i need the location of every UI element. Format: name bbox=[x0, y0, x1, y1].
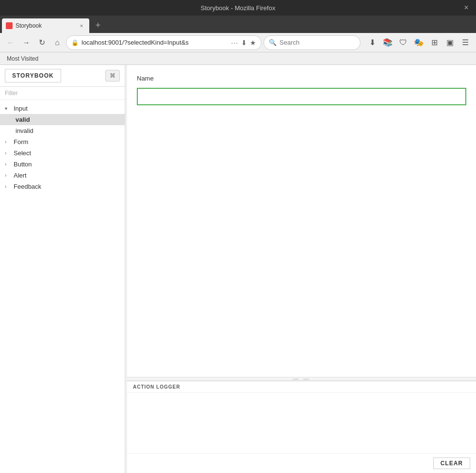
more-options-icon[interactable]: ··· bbox=[231, 39, 238, 47]
action-logger-body bbox=[127, 393, 476, 453]
arrow-right-icon: › bbox=[5, 150, 11, 156]
lock-icon: 🔒 bbox=[71, 39, 79, 46]
download-icon[interactable]: ⬇ bbox=[365, 36, 379, 49]
sidebar-item-invalid[interactable]: invalid bbox=[0, 125, 125, 136]
clear-button[interactable]: CLEAR bbox=[433, 457, 470, 469]
url-display: localhost:9001/?selectedKind=Input&s bbox=[82, 39, 228, 46]
container-icon[interactable]: 🎭 bbox=[412, 36, 426, 49]
filter-input[interactable] bbox=[0, 87, 125, 100]
preview-label: Name bbox=[137, 75, 466, 82]
main-content: STORYBOOK ⌘ ▾ Input valid invalid › Form bbox=[0, 65, 476, 473]
window-title: Storybook - Mozilla Firefox bbox=[201, 4, 276, 12]
pocket-icon[interactable]: ⬇ bbox=[241, 39, 247, 47]
arrow-down-icon: ▾ bbox=[5, 106, 11, 111]
home-button[interactable]: ⌂ bbox=[50, 36, 64, 49]
tab-close-button[interactable]: × bbox=[78, 22, 85, 30]
toolbar-icons: ⬇ 📚 🛡 🎭 ⊞ ▣ ☰ bbox=[365, 36, 472, 49]
sidebar-item-alert[interactable]: › Alert bbox=[0, 170, 125, 181]
search-box[interactable]: 🔍 bbox=[263, 35, 361, 50]
reader-view-icon[interactable]: ▣ bbox=[443, 36, 457, 49]
search-icon: 🔍 bbox=[269, 39, 277, 46]
sidebar-item-label: Button bbox=[14, 161, 32, 168]
nav-bar: ← → ↻ ⌂ 🔒 localhost:9001/?selectedKind=I… bbox=[0, 33, 476, 52]
sidebar-item-label: Feedback bbox=[14, 183, 41, 190]
sidebar-item-select[interactable]: › Select bbox=[0, 147, 125, 159]
tab-label: Storybook bbox=[16, 22, 75, 29]
action-logger: ACTION LOGGER CLEAR bbox=[127, 381, 476, 473]
sidebar-item-label: Alert bbox=[14, 172, 27, 179]
sidebar-item-label: Form bbox=[14, 138, 28, 146]
arrow-right-icon: › bbox=[5, 184, 11, 189]
sidebar-item-label: valid bbox=[16, 116, 30, 123]
storybook-button[interactable]: STORYBOOK bbox=[5, 69, 61, 82]
action-logger-footer: CLEAR bbox=[127, 453, 476, 473]
title-bar: Storybook - Mozilla Firefox × bbox=[0, 0, 476, 16]
sidebar: STORYBOOK ⌘ ▾ Input valid invalid › Form bbox=[0, 65, 125, 473]
new-tab-button[interactable]: + bbox=[91, 18, 105, 32]
search-input[interactable] bbox=[279, 39, 343, 46]
sidebar-item-label: Input bbox=[14, 105, 28, 112]
nav-tree: ▾ Input valid invalid › Form › Select › bbox=[0, 100, 125, 473]
back-button[interactable]: ← bbox=[4, 36, 17, 49]
content-area: Name — — ACTION LOGGER CLEAR bbox=[127, 65, 476, 473]
extensions-icon[interactable]: ⊞ bbox=[427, 36, 441, 49]
forward-button[interactable]: → bbox=[19, 36, 33, 49]
menu-icon[interactable]: ☰ bbox=[459, 36, 472, 49]
active-tab[interactable]: Storybook × bbox=[2, 18, 89, 33]
most-visited-bookmark[interactable]: Most Visited bbox=[4, 54, 41, 63]
action-logger-header: ACTION LOGGER bbox=[127, 381, 476, 393]
bookmarks-bar: Most Visited bbox=[0, 52, 476, 65]
bookmark-star-icon[interactable]: ★ bbox=[250, 39, 256, 47]
window-close-button[interactable]: × bbox=[460, 2, 472, 14]
sidebar-item-feedback[interactable]: › Feedback bbox=[0, 181, 125, 192]
sidebar-item-label: Select bbox=[14, 149, 31, 157]
preview-area: Name bbox=[127, 65, 476, 377]
sidebar-item-valid[interactable]: valid bbox=[0, 114, 125, 125]
most-visited-label: Most Visited bbox=[7, 55, 38, 62]
arrow-right-icon: › bbox=[5, 173, 11, 178]
address-bar[interactable]: 🔒 localhost:9001/?selectedKind=Input&s ·… bbox=[66, 35, 262, 50]
library-icon[interactable]: 📚 bbox=[381, 36, 394, 49]
tab-bar: Storybook × + bbox=[0, 16, 476, 33]
arrow-right-icon: › bbox=[5, 162, 11, 167]
cmd-shortcut: ⌘ bbox=[105, 70, 120, 82]
tab-favicon bbox=[6, 22, 13, 29]
shield-icon[interactable]: 🛡 bbox=[396, 36, 410, 49]
preview-input[interactable] bbox=[137, 88, 466, 105]
sidebar-item-input[interactable]: ▾ Input bbox=[0, 103, 125, 114]
reload-button[interactable]: ↻ bbox=[35, 36, 49, 49]
sidebar-header: STORYBOOK ⌘ bbox=[0, 65, 125, 87]
resize-handle[interactable]: — — bbox=[127, 377, 476, 381]
arrow-right-icon: › bbox=[5, 139, 11, 145]
sidebar-item-form[interactable]: › Form bbox=[0, 136, 125, 147]
sidebar-item-label: invalid bbox=[16, 127, 33, 134]
sidebar-item-button[interactable]: › Button bbox=[0, 159, 125, 170]
